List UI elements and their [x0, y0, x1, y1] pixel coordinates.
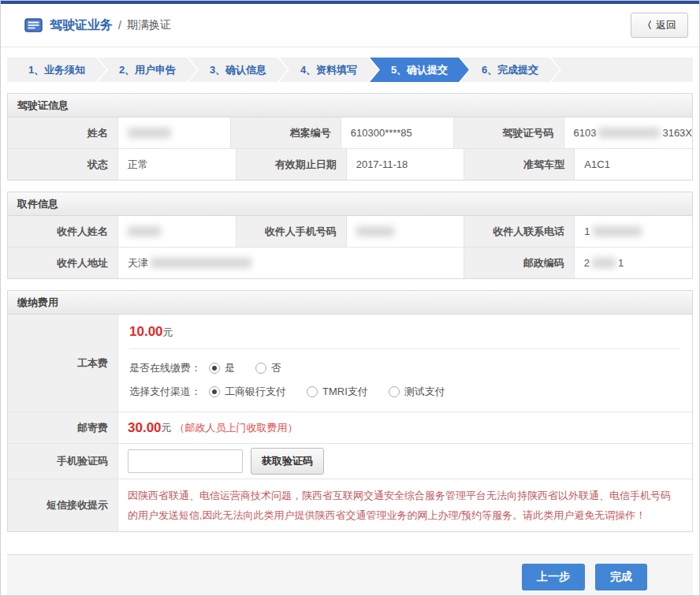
redacted-recipient-name: [128, 226, 161, 237]
redacted-mobile: [356, 226, 394, 237]
step-wizard-filler: [551, 58, 693, 82]
pickup-section-title: 取件信息: [8, 192, 692, 216]
page-header: 驾驶证业务 / 期满换证 〈 返回: [1, 4, 699, 47]
radio-channel-icbc[interactable]: [209, 386, 220, 397]
vehicle-class-label: 准驾车型: [464, 149, 575, 180]
finish-button[interactable]: 完成: [595, 564, 647, 590]
footer-action-bar: 上一步 完成: [7, 554, 693, 596]
postcode-prefix: 2: [584, 257, 590, 269]
back-button[interactable]: 〈 返回: [631, 13, 688, 38]
sms-notice-text: 因陕西省联通、电信运营商技术问题，陕西省互联网交通安全综合服务管理平台无法向持陕…: [118, 479, 692, 531]
table-row: 收件人姓名 收件人手机号码 收件人联系电话 1: [8, 216, 692, 248]
radio-channel-tmri[interactable]: [307, 386, 318, 397]
get-captcha-button[interactable]: 获取验证码: [251, 448, 324, 475]
name-value: [118, 117, 231, 148]
recipient-address-value: 天津: [118, 248, 464, 278]
table-row: 收件人地址 天津 邮政编码 2 1: [8, 248, 692, 278]
back-button-label: 返回: [656, 18, 676, 32]
fees-section-title: 缴纳费用: [8, 291, 692, 315]
mail-fee-row: 邮寄费 30.00元 （邮政人员上门收取费用）: [8, 412, 692, 444]
postcode-suffix: 1: [618, 257, 624, 269]
recipient-mobile-value: [347, 216, 465, 247]
vehicle-class-value: A1C1: [575, 149, 692, 180]
radio-online-no[interactable]: [255, 363, 266, 374]
license-number-suffix: 3163X: [662, 127, 692, 139]
chevron-left-icon: 〈: [642, 19, 652, 32]
table-row: 姓名 档案编号 610300****85 驾驶证号码 6103 3163X: [8, 117, 692, 149]
pickup-info-section: 取件信息 收件人姓名 收件人手机号码 收件人联系电话 1 收件人地址 天津 邮政…: [7, 192, 693, 279]
captcha-value-cell: 获取验证码: [118, 444, 692, 479]
license-section-title: 驾驶证信息: [8, 94, 692, 117]
production-fee-amount: 10.00: [129, 324, 163, 339]
recipient-address-label: 收件人地址: [8, 248, 118, 278]
mail-fee-label: 邮寄费: [8, 412, 118, 443]
redacted-name: [128, 128, 171, 138]
fees-section: 缴纳费用 工本费 10.00元 是否在线缴费： 是 否 选择支付渠道：: [7, 290, 693, 532]
page-title: 驾驶证业务: [50, 17, 113, 34]
radio-channel-icbc-label[interactable]: 工商银行支付: [225, 383, 286, 400]
step-2-user-declaration[interactable]: 2、用户申告: [98, 58, 197, 82]
step-5-confirm-submit-active[interactable]: 5、确认提交: [370, 58, 469, 82]
license-number-prefix: 6103: [574, 127, 597, 139]
postcode-value: 2 1: [575, 248, 692, 278]
recipient-phone-label: 收件人联系电话: [464, 216, 575, 247]
recipient-phone-value: 1: [575, 216, 692, 247]
currency-unit: 元: [163, 326, 173, 338]
step-3-confirm-info[interactable]: 3、确认信息: [188, 58, 288, 82]
recipient-name-value: [118, 216, 236, 247]
production-fee-label: 工本费: [8, 315, 118, 412]
radio-channel-test[interactable]: [389, 386, 400, 397]
redacted-postcode: [592, 258, 616, 268]
license-number-value: 6103 3163X: [564, 117, 693, 148]
file-number-value: 610300****85: [341, 117, 454, 148]
fee-divider: [129, 348, 681, 349]
name-label: 姓名: [8, 117, 118, 148]
expiry-date-label: 有效期止日期: [236, 149, 347, 180]
step-1-business-notice[interactable]: 1、业务须知: [7, 58, 106, 82]
recipient-mobile-label: 收件人手机号码: [236, 216, 347, 247]
phone-prefix: 1: [584, 225, 590, 237]
captcha-label: 手机验证码: [8, 444, 118, 479]
previous-step-button[interactable]: 上一步: [522, 564, 585, 590]
page-container: 驾驶证业务 / 期满换证 〈 返回 1、业务须知 2、用户申告 3、确认信息 4…: [0, 0, 700, 596]
license-number-label: 驾驶证号码: [454, 117, 564, 148]
redacted-address: [151, 258, 251, 268]
status-label: 状态: [8, 149, 118, 180]
step-6-complete-submit[interactable]: 6、完成提交: [460, 58, 560, 82]
radio-online-yes-label[interactable]: 是: [225, 359, 235, 377]
sms-notice-row: 短信接收提示 因陕西省联通、电信运营商技术问题，陕西省互联网交通安全综合服务管理…: [8, 479, 692, 531]
redacted-phone: [593, 226, 642, 237]
mail-fee-note: （邮政人员上门收取费用）: [175, 421, 298, 435]
pay-channel-question: 选择支付渠道：: [129, 383, 201, 400]
captcha-row: 手机验证码 获取验证码: [8, 444, 692, 479]
postcode-label: 邮政编码: [464, 248, 575, 278]
document-list-icon: [24, 18, 43, 32]
breadcrumb-current: 期满换证: [127, 18, 171, 32]
redacted-license-number: [598, 128, 660, 138]
step-wizard: 1、业务须知 2、用户申告 3、确认信息 4、资料填写 5、确认提交 6、完成提…: [7, 58, 693, 82]
radio-channel-test-label[interactable]: 测试支付: [404, 383, 445, 400]
step-4-fill-data[interactable]: 4、资料填写: [279, 58, 378, 82]
file-number-label: 档案编号: [231, 117, 341, 148]
pay-channel-radio-group: 选择支付渠道： 工商银行支付 TMRI支付 测试支付: [129, 383, 681, 400]
production-fee-row: 工本费 10.00元 是否在线缴费： 是 否 选择支付渠道： 工商银行支付: [8, 315, 692, 412]
captcha-input[interactable]: [128, 449, 243, 473]
radio-online-no-label[interactable]: 否: [271, 359, 281, 377]
radio-online-yes[interactable]: [209, 363, 220, 374]
production-fee-value: 10.00元 是否在线缴费： 是 否 选择支付渠道： 工商银行支付 TMRI支付: [118, 315, 692, 412]
license-info-section: 驾驶证信息 姓名 档案编号 610300****85 驾驶证号码 6103 31…: [7, 93, 693, 181]
production-fee-amount-line: 10.00元: [129, 324, 681, 340]
currency-unit: 元: [162, 421, 172, 435]
sms-notice-label: 短信接收提示: [8, 479, 118, 531]
table-row: 状态 正常 有效期止日期 2017-11-18 准驾车型 A1C1: [8, 149, 692, 180]
recipient-name-label: 收件人姓名: [8, 216, 118, 247]
expiry-date-value: 2017-11-18: [347, 149, 465, 180]
breadcrumb-divider: /: [118, 19, 121, 32]
online-pay-radio-group: 是否在线缴费： 是 否: [129, 359, 681, 377]
online-pay-question: 是否在线缴费：: [129, 359, 201, 377]
address-prefix: 天津: [128, 256, 148, 270]
mail-fee-amount: 30.00: [128, 420, 162, 436]
status-value: 正常: [118, 149, 236, 180]
radio-channel-tmri-label[interactable]: TMRI支付: [322, 383, 368, 400]
mail-fee-value: 30.00元 （邮政人员上门收取费用）: [118, 412, 692, 443]
